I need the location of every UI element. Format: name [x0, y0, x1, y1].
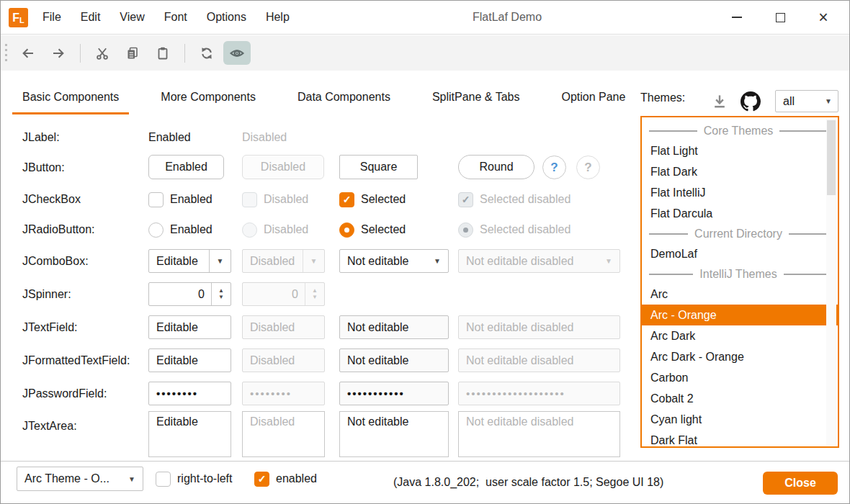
menu-edit[interactable]: Edit [81, 11, 101, 24]
chevron-down-icon[interactable]: ▼ [209, 250, 231, 272]
show-hidden-toggle-button[interactable] [223, 41, 251, 65]
jtextarea-editable[interactable]: Editable [148, 411, 231, 457]
arrow-right-icon [51, 46, 66, 60]
jformattedtextfield-not-editable-disabled: Not editable disabled [458, 348, 620, 372]
window-controls: × [715, 1, 845, 34]
enabled-checkbox[interactable]: ✓ enabled [254, 471, 317, 487]
download-themes-button[interactable] [710, 91, 730, 112]
close-button[interactable]: Close [763, 472, 838, 495]
jlabel-row-label: JLabel: [22, 131, 60, 144]
paste-button[interactable] [149, 41, 176, 65]
checkbox-unchecked-icon[interactable] [156, 472, 171, 487]
toolbar-separator [184, 44, 185, 63]
jbutton-row-label: JButton: [22, 161, 65, 174]
themes-scrollbar-thumb[interactable] [827, 120, 836, 195]
jradiobutton-selected[interactable]: Selected [339, 222, 406, 238]
chevron-down-icon[interactable]: ▼ [426, 250, 448, 272]
tab-data-components[interactable]: Data Components [287, 81, 401, 114]
refresh-button[interactable] [193, 41, 220, 65]
radio-unselected-icon[interactable] [148, 222, 164, 238]
right-to-left-checkbox[interactable]: right-to-left [156, 471, 232, 487]
jcombobox-row-label: JComboBox: [22, 255, 89, 268]
jcheckbox-enabled[interactable]: Enabled [148, 192, 212, 207]
flatlaf-logo-icon: FL [9, 8, 28, 27]
theme-item-dark-flat[interactable]: Dark Flat [642, 430, 838, 448]
jcombobox-not-editable[interactable]: Not editable ▼ [339, 249, 449, 273]
menu-help[interactable]: Help [266, 11, 290, 24]
jtextfield-row-label: JTextField: [22, 321, 77, 334]
jformattedtextfield-editable[interactable]: Editable [148, 348, 231, 372]
github-icon [741, 91, 761, 112]
checkbox-disabled-icon [242, 192, 257, 207]
jbutton-round[interactable]: Round [458, 155, 534, 179]
jcheckbox-selected[interactable]: ✓ Selected [339, 192, 406, 207]
jcheckbox-selected-disabled: ✓ Selected disabled [458, 192, 571, 207]
theme-item-arc[interactable]: Arc [642, 284, 838, 305]
jbutton-help[interactable]: ? [542, 156, 566, 179]
toolbar-grip[interactable] [5, 44, 7, 63]
theme-item-flat-intellij[interactable]: Flat IntelliJ [642, 182, 838, 203]
themes-list: Core Themes Flat Light Flat Dark Flat In… [640, 116, 839, 448]
checkbox-checked-icon[interactable]: ✓ [254, 472, 269, 487]
theme-item-demolaf[interactable]: DemoLaf [642, 243, 838, 264]
spinner-down-icon[interactable]: ▼ [218, 294, 224, 300]
theme-item-flat-darcula[interactable]: Flat Darcula [642, 203, 838, 224]
jbutton-square[interactable]: Square [339, 155, 418, 179]
themes-scrollbar[interactable] [826, 119, 836, 445]
jbutton-enabled[interactable]: Enabled [148, 155, 224, 179]
copy-button[interactable] [119, 41, 146, 65]
github-link-button[interactable] [740, 91, 761, 112]
spinner-up-icon[interactable]: ▲ [218, 288, 224, 294]
menu-view[interactable]: View [120, 11, 144, 24]
back-button[interactable] [14, 41, 42, 65]
jpasswordfield-editable[interactable]: •••••••• [148, 382, 231, 405]
checkbox-unchecked-icon[interactable] [148, 192, 164, 207]
menu-options[interactable]: Options [207, 11, 246, 24]
close-window-button[interactable]: × [802, 1, 845, 34]
jcombobox-not-editable-disabled: Not editable disabled ▼ [458, 249, 620, 273]
jcombobox-editable[interactable]: Editable ▼ [148, 249, 231, 273]
forward-button[interactable] [45, 41, 72, 65]
jspinner-enabled[interactable]: 0 ▲▼ [148, 282, 231, 306]
theme-item-flat-light[interactable]: Flat Light [642, 140, 838, 161]
theme-item-flat-dark[interactable]: Flat Dark [642, 161, 838, 182]
tab-option-pane[interactable]: Option Pane [551, 81, 635, 114]
theme-item-arc-dark[interactable]: Arc Dark [642, 325, 838, 346]
radio-selected-icon[interactable] [339, 222, 354, 238]
jpasswordfield-not-editable: ••••••••••• [339, 382, 449, 405]
chevron-down-icon: ▼ [825, 97, 832, 105]
menu-file[interactable]: File [42, 11, 61, 24]
maximize-button[interactable] [759, 1, 802, 34]
jlabel-disabled: Disabled [242, 131, 287, 144]
tab-more-components[interactable]: More Components [151, 81, 266, 114]
jtextfield-editable[interactable]: Editable [148, 315, 231, 339]
menu-font[interactable]: Font [164, 11, 187, 24]
jtextfield-not-editable: Not editable [339, 315, 449, 339]
checkbox-checked-icon[interactable]: ✓ [339, 192, 354, 207]
tab-splitpane-tabs[interactable]: SplitPane & Tabs [422, 81, 530, 114]
spinner-down-icon: ▼ [312, 294, 318, 300]
cut-button[interactable] [89, 41, 116, 65]
app-window: FL File Edit View Font Options Help Flat… [0, 0, 850, 504]
download-icon [712, 94, 728, 109]
jformattedtextfield-not-editable: Not editable [339, 348, 449, 372]
minimize-button[interactable] [715, 1, 759, 34]
spinner-arrows[interactable]: ▲▼ [211, 283, 231, 305]
jtextfield-disabled: Disabled [242, 315, 325, 339]
theme-item-arc-dark-orange[interactable]: Arc Dark - Orange [642, 346, 838, 367]
chevron-down-icon[interactable]: ▼ [121, 467, 143, 490]
status-text: (Java 1.8.0_202; user scale factor 1.5; … [393, 462, 663, 503]
spinner-arrows: ▲▼ [305, 283, 324, 305]
jradiobutton-enabled[interactable]: Enabled [148, 222, 212, 238]
theme-item-cyan-light[interactable]: Cyan light [642, 409, 838, 430]
theme-group-separator: Current Directory [642, 224, 838, 243]
jtextfield-not-editable-disabled: Not editable disabled [458, 315, 620, 339]
checkbox-checked-disabled-icon: ✓ [458, 192, 473, 207]
theme-item-carbon[interactable]: Carbon [642, 367, 838, 388]
theme-selector-combobox[interactable]: Arc Theme - O... ▼ [17, 467, 143, 491]
tab-basic-components[interactable]: Basic Components [12, 81, 129, 114]
theme-item-cobalt-2[interactable]: Cobalt 2 [642, 388, 838, 409]
theme-item-arc-orange-selected[interactable]: Arc - Orange [642, 305, 838, 325]
themes-filter-combobox[interactable]: all ▼ [775, 90, 838, 112]
toolbar [1, 35, 849, 71]
